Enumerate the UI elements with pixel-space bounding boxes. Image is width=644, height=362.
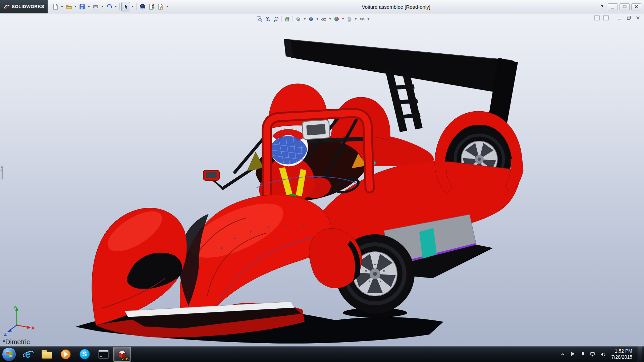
pane-controls [593, 15, 641, 21]
hide-show-items-dropdown[interactable] [328, 14, 332, 24]
taskbar-app-internet-explorer[interactable]: e [19, 347, 37, 362]
chevron-down-icon [131, 6, 133, 7]
race-car-model[interactable] [0, 13, 644, 346]
close-icon [634, 4, 639, 9]
select-button[interactable] [121, 2, 130, 11]
undo-dropdown[interactable] [114, 2, 118, 11]
open-document-button[interactable] [64, 2, 73, 11]
windows-logo-icon [3, 348, 15, 360]
save-button[interactable] [78, 2, 87, 11]
rotate-view-sphere-icon [139, 3, 146, 10]
previous-view-button[interactable] [272, 15, 280, 23]
document-close-button[interactable] [635, 15, 641, 21]
options-button[interactable] [156, 2, 165, 11]
taskbar: e S _ 2015 [0, 346, 644, 362]
internet-explorer-icon: e [22, 349, 34, 360]
windscreen-glass [306, 124, 326, 135]
chevron-down-icon [61, 6, 63, 7]
print-button[interactable] [91, 2, 100, 11]
toolbar-separator [119, 3, 120, 10]
close-button[interactable] [631, 3, 641, 10]
network-status-button[interactable] [590, 351, 596, 357]
main-toolbar [51, 2, 169, 11]
split-pane-vertical-button[interactable] [593, 15, 600, 21]
windscreen-pod[interactable] [302, 120, 330, 139]
taskbar-app-solidworks[interactable]: 2015 [113, 347, 131, 362]
undo-button[interactable] [105, 2, 113, 11]
viewport-3d[interactable]: Y X Z *Dimetric [0, 13, 644, 346]
new-document-button[interactable] [51, 2, 60, 11]
rear-hub-cap [478, 158, 481, 161]
taskbar-app-skype[interactable]: S [76, 347, 93, 362]
taskbar-app-file-explorer[interactable] [38, 347, 56, 362]
taskbar-clock[interactable]: 1:52 PM 7/28/2015 [611, 348, 632, 360]
chevron-down-icon [304, 18, 306, 20]
document-restore-button[interactable] [626, 15, 632, 21]
clock-date: 7/28/2015 [611, 354, 632, 360]
chevron-down-icon [74, 6, 76, 7]
mirror-glass [206, 172, 217, 178]
start-button[interactable] [2, 347, 16, 361]
mirror-stalk [213, 180, 223, 188]
power-plug-icon [580, 352, 586, 357]
side-mirror[interactable] [203, 170, 223, 188]
x-axis-arrow [27, 325, 31, 329]
feature-manager-splitter[interactable] [0, 165, 3, 180]
skype-icon: S [79, 349, 90, 359]
open-document-dropdown[interactable] [73, 2, 77, 11]
taskbar-app-command-prompt[interactable]: _ [95, 347, 112, 362]
minimize-icon [610, 4, 615, 9]
speaker-icon [600, 352, 606, 357]
toolbar-separator [293, 16, 293, 22]
new-document-dropdown[interactable] [60, 2, 64, 11]
action-center-button[interactable] [570, 351, 576, 357]
edit-appearance-button[interactable] [333, 15, 341, 23]
solidworks-logo-icon [3, 3, 10, 10]
section-view-icon [284, 16, 290, 22]
show-hidden-icons-button[interactable] [560, 351, 566, 357]
previous-view-icon [273, 16, 279, 22]
print-dropdown[interactable] [100, 2, 104, 11]
split-pane-horizontal-button[interactable] [602, 15, 609, 21]
power-plug-button[interactable] [580, 351, 586, 357]
chevron-down-icon [317, 18, 319, 20]
document-minimize-button[interactable] [616, 15, 623, 21]
split-pane-horizontal-icon [603, 15, 609, 20]
zoom-to-area-button[interactable] [264, 15, 272, 23]
chevron-down-icon [342, 18, 344, 20]
maximize-button[interactable] [620, 3, 630, 10]
show-desktop-button[interactable] [638, 346, 642, 362]
view-settings-dropdown[interactable] [367, 14, 371, 24]
hide-show-items-button[interactable] [320, 15, 328, 23]
taskbar-app-media-player[interactable] [57, 347, 74, 362]
y-axis-label: Y [13, 305, 16, 310]
view-settings-button[interactable] [358, 15, 366, 23]
x-axis-label: X [32, 325, 35, 330]
prompt-cursor: _ [100, 353, 102, 357]
options-dropdown[interactable] [165, 2, 169, 11]
display-style-button[interactable] [307, 15, 315, 23]
select-dropdown[interactable] [130, 2, 135, 11]
zoom-to-fit-button[interactable] [256, 15, 264, 23]
solidworks-app-icon: 2015 [116, 348, 128, 361]
apply-scene-button[interactable] [345, 15, 354, 23]
section-view-button[interactable] [283, 15, 291, 23]
minimize-button[interactable] [608, 3, 618, 10]
open-folder-icon [65, 3, 72, 10]
save-floppy-icon [79, 3, 86, 10]
chevron-up-icon [560, 352, 565, 357]
window-title: Voiture assemblee [Read-only] [362, 4, 430, 9]
toolbar-separator [282, 16, 282, 22]
new-document-icon [52, 3, 59, 10]
save-dropdown[interactable] [87, 2, 91, 11]
edit-appearance-dropdown[interactable] [341, 14, 345, 24]
view-orientation-button[interactable] [294, 15, 303, 23]
view-orientation-dropdown[interactable] [303, 14, 307, 24]
help-button[interactable]: ? [600, 4, 603, 9]
command-prompt-icon: _ [98, 350, 109, 359]
rotate-view-button[interactable] [138, 2, 147, 11]
rebuild-button[interactable] [147, 2, 156, 11]
volume-button[interactable] [600, 351, 606, 357]
display-style-dropdown[interactable] [316, 14, 320, 24]
apply-scene-dropdown[interactable] [354, 14, 358, 24]
